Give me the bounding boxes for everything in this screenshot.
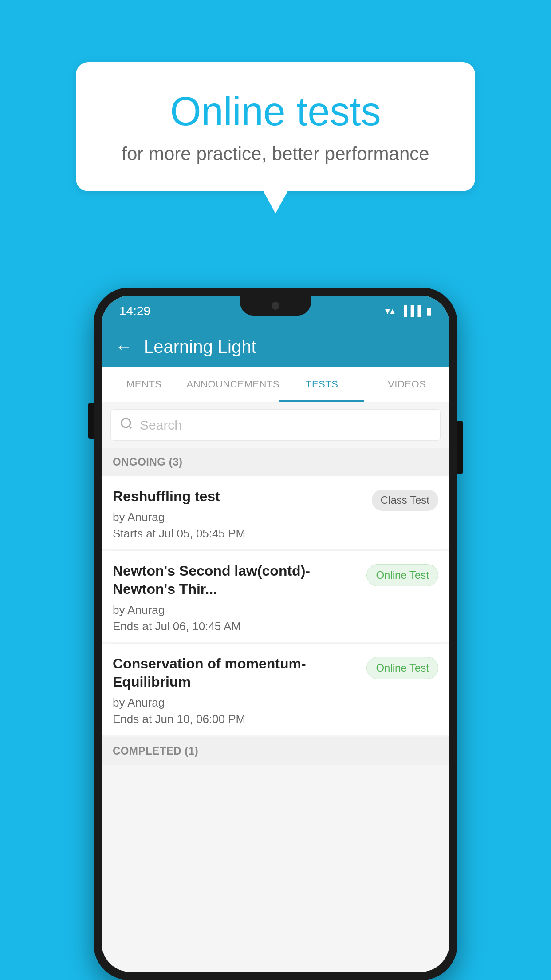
signal-icon: ▐▐▐ [400, 305, 421, 317]
ongoing-section-header: ONGOING (3) [102, 448, 449, 476]
test-author-conservation: by Anurag [113, 696, 358, 710]
test-item-conservation[interactable]: Conservation of momentum-Equilibrium by … [102, 644, 449, 735]
test-item-reshuffling[interactable]: Reshuffling test by Anurag Starts at Jul… [102, 476, 449, 549]
tab-videos[interactable]: VIDEOS [364, 367, 449, 402]
bubble-title: Online tests [107, 89, 444, 134]
search-container: Search [102, 402, 449, 448]
svg-line-1 [129, 426, 131, 428]
battery-icon: ▮ [426, 305, 432, 317]
status-time: 14:29 [119, 304, 150, 318]
camera-dot [272, 302, 279, 310]
search-placeholder: Search [140, 418, 182, 433]
badge-online-test-1: Online Test [366, 564, 438, 586]
test-name-newton: Newton's Second law(contd)-Newton's Thir… [113, 562, 358, 599]
app-header: ← Learning Light [102, 327, 449, 367]
tab-announcements[interactable]: ANNOUNCEMENTS [187, 367, 279, 402]
test-item-newton[interactable]: Newton's Second law(contd)-Newton's Thir… [102, 551, 449, 642]
back-button[interactable]: ← [115, 337, 133, 357]
status-icons: ▾▴ ▐▐▐ ▮ [385, 305, 432, 317]
tabs-bar: MENTS ANNOUNCEMENTS TESTS VIDEOS [102, 367, 449, 402]
tab-ments[interactable]: MENTS [102, 367, 187, 402]
completed-section-header: COMPLETED (1) [102, 737, 449, 765]
bubble-subtitle: for more practice, better performance [107, 143, 444, 165]
badge-class-test: Class Test [372, 490, 438, 511]
test-time-conservation: Ends at Jun 10, 06:00 PM [113, 712, 358, 726]
test-item-left: Reshuffling test by Anurag Starts at Jul… [113, 487, 363, 541]
test-name-conservation: Conservation of momentum-Equilibrium [113, 655, 358, 692]
test-author-newton: by Anurag [113, 603, 358, 617]
list-content: ONGOING (3) Reshuffling test by Anurag S… [102, 448, 449, 765]
promo-bubble: Online tests for more practice, better p… [76, 62, 475, 191]
badge-online-test-2: Online Test [366, 657, 438, 679]
wifi-icon: ▾▴ [385, 305, 395, 317]
test-author-reshuffling: by Anurag [113, 510, 363, 524]
tab-tests[interactable]: TESTS [279, 367, 365, 402]
svg-point-0 [122, 419, 130, 427]
search-icon [120, 417, 133, 433]
test-time-reshuffling: Starts at Jul 05, 05:45 PM [113, 527, 363, 541]
test-item-left-newton: Newton's Second law(contd)-Newton's Thir… [113, 562, 358, 633]
phone-notch [240, 296, 311, 316]
app-title: Learning Light [144, 337, 256, 357]
test-name-reshuffling: Reshuffling test [113, 487, 363, 506]
search-box[interactable]: Search [110, 409, 441, 441]
phone-mockup: 14:29 ▾▴ ▐▐▐ ▮ ← Learning Light MENTS AN… [94, 288, 457, 980]
test-time-newton: Ends at Jul 06, 10:45 AM [113, 620, 358, 633]
test-item-left-conservation: Conservation of momentum-Equilibrium by … [113, 655, 358, 726]
